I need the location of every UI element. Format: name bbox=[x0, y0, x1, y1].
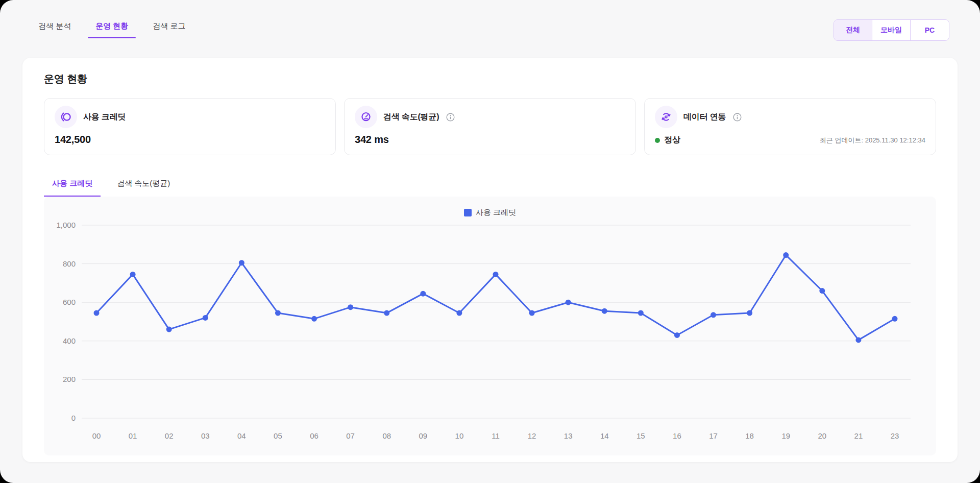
svg-text:800: 800 bbox=[63, 259, 76, 268]
svg-text:02: 02 bbox=[165, 431, 174, 440]
gauge-icon bbox=[355, 106, 377, 128]
stat-label: 사용 크레딧 bbox=[83, 112, 126, 123]
svg-text:17: 17 bbox=[709, 431, 718, 440]
device-filter-pc-button[interactable]: PC bbox=[911, 20, 949, 40]
stat-cards-row: 사용 크레딧 142,500 검색 속도(평균) bbox=[44, 98, 936, 155]
status-badge: 정상 bbox=[664, 135, 680, 146]
info-icon[interactable] bbox=[733, 113, 742, 122]
svg-text:13: 13 bbox=[564, 431, 573, 440]
svg-text:20: 20 bbox=[818, 431, 826, 440]
legend-swatch bbox=[464, 209, 472, 216]
svg-text:05: 05 bbox=[274, 431, 282, 440]
last-updated-text: 최근 업데이트: 2025.11.30 12:12:34 bbox=[820, 136, 925, 145]
status-ok-dot bbox=[655, 138, 660, 143]
svg-text:1,000: 1,000 bbox=[56, 221, 76, 229]
svg-text:600: 600 bbox=[63, 298, 76, 306]
svg-text:11: 11 bbox=[492, 431, 500, 440]
chart-tab-search-speed[interactable]: 검색 속도(평균) bbox=[109, 177, 178, 197]
stat-card-credits: 사용 크레딧 142,500 bbox=[44, 98, 336, 155]
svg-text:0: 0 bbox=[71, 414, 76, 422]
device-filter: 전체 모바일 PC bbox=[834, 19, 949, 41]
tab-search-log[interactable]: 검색 로그 bbox=[145, 18, 193, 42]
app-window: 검색 분석 운영 현황 검색 로그 전체 모바일 PC 운영 현황 bbox=[0, 0, 980, 483]
svg-text:00: 00 bbox=[92, 431, 101, 440]
chart-panel: 사용 크레딧 02004006008001,000000102030405060… bbox=[44, 197, 936, 455]
device-filter-all-button[interactable]: 전체 bbox=[834, 20, 872, 40]
chart-legend: 사용 크레딧 bbox=[44, 208, 936, 217]
svg-text:14: 14 bbox=[600, 431, 609, 440]
svg-text:07: 07 bbox=[346, 431, 355, 440]
svg-text:15: 15 bbox=[636, 431, 645, 440]
device-filter-mobile-button[interactable]: 모바일 bbox=[872, 20, 911, 40]
info-icon[interactable] bbox=[446, 113, 455, 122]
svg-text:19: 19 bbox=[781, 431, 790, 440]
main-card: 운영 현황 사용 크레딧 142,500 bbox=[22, 58, 958, 462]
top-bar: 검색 분석 운영 현황 검색 로그 전체 모바일 PC bbox=[0, 0, 980, 58]
svg-text:03: 03 bbox=[201, 431, 210, 440]
stat-card-data-sync: 데이터 연동 정상 최근 업데이트: 2025.11.30 12 bbox=[644, 98, 936, 155]
stat-card-search-speed: 검색 속도(평균) 342 ms bbox=[344, 98, 636, 155]
line-chart: 02004006008001,0000001020304050607080910… bbox=[44, 219, 936, 450]
credits-value: 142,500 bbox=[55, 134, 325, 146]
chart-tab-credits[interactable]: 사용 크레딧 bbox=[44, 177, 101, 197]
svg-text:18: 18 bbox=[745, 431, 754, 440]
legend-label: 사용 크레딧 bbox=[476, 208, 516, 218]
search-speed-value: 342 ms bbox=[355, 134, 625, 146]
line-chart-svg: 02004006008001,0000001020304050607080910… bbox=[44, 219, 936, 448]
chart-tabs: 사용 크레딧 검색 속도(평균) bbox=[44, 177, 936, 197]
svg-text:09: 09 bbox=[419, 431, 427, 440]
svg-text:23: 23 bbox=[891, 431, 899, 440]
svg-text:08: 08 bbox=[382, 431, 391, 440]
tab-search-analysis[interactable]: 검색 분석 bbox=[31, 18, 79, 42]
svg-text:200: 200 bbox=[63, 375, 76, 383]
svg-text:04: 04 bbox=[237, 431, 246, 440]
page-title: 운영 현황 bbox=[44, 72, 936, 86]
svg-text:10: 10 bbox=[455, 431, 464, 440]
svg-text:400: 400 bbox=[63, 336, 76, 345]
svg-text:21: 21 bbox=[854, 431, 863, 440]
tab-operation-status[interactable]: 운영 현황 bbox=[88, 18, 136, 42]
stat-label: 데이터 연동 bbox=[683, 112, 726, 123]
top-tabs: 검색 분석 운영 현황 검색 로그 bbox=[31, 18, 193, 42]
credit-icon bbox=[55, 106, 77, 128]
stat-label: 검색 속도(평균) bbox=[383, 112, 439, 123]
svg-text:16: 16 bbox=[673, 431, 681, 440]
svg-text:01: 01 bbox=[129, 431, 137, 440]
svg-text:06: 06 bbox=[310, 431, 318, 440]
sync-icon bbox=[655, 106, 677, 128]
svg-text:12: 12 bbox=[528, 431, 536, 440]
